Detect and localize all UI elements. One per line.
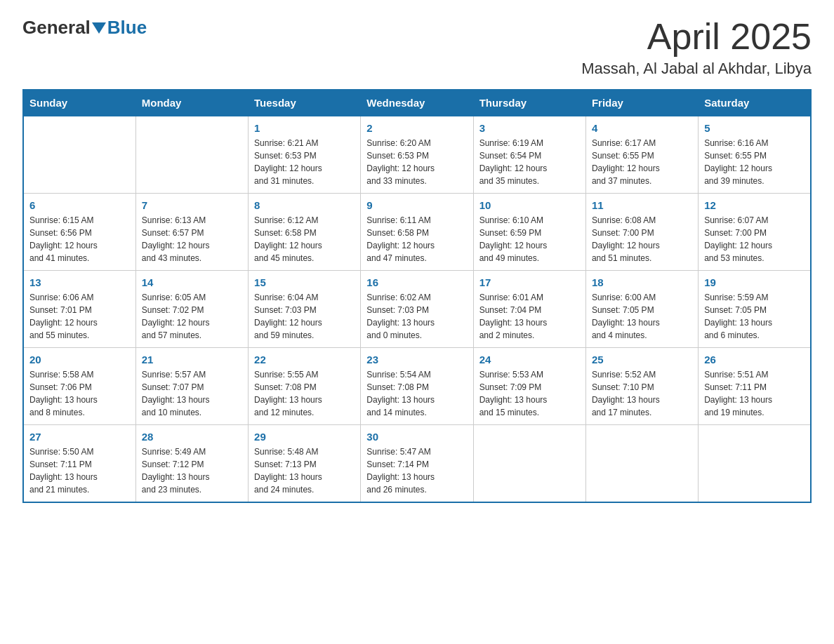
- day-number: 19: [704, 276, 805, 288]
- day-number: 24: [479, 354, 580, 365]
- calendar-cell: 5Sunrise: 6:16 AM Sunset: 6:55 PM Daylig…: [699, 116, 811, 194]
- day-info: Sunrise: 5:59 AM Sunset: 7:05 PM Dayligh…: [704, 291, 805, 342]
- calendar-cell: 6Sunrise: 6:15 AM Sunset: 6:56 PM Daylig…: [23, 194, 135, 271]
- day-info: Sunrise: 6:10 AM Sunset: 6:59 PM Dayligh…: [479, 214, 580, 264]
- day-number: 14: [142, 276, 242, 288]
- day-info: Sunrise: 6:20 AM Sunset: 6:53 PM Dayligh…: [366, 137, 467, 187]
- calendar-cell: 7Sunrise: 6:13 AM Sunset: 6:57 PM Daylig…: [135, 194, 248, 271]
- calendar-cell: [135, 116, 248, 194]
- calendar-cell: 18Sunrise: 6:00 AM Sunset: 7:05 PM Dayli…: [585, 271, 698, 348]
- weekday-header-monday: Monday: [135, 90, 248, 116]
- weekday-header-wednesday: Wednesday: [361, 90, 473, 116]
- calendar-cell: [699, 425, 811, 503]
- weekday-header-tuesday: Tuesday: [249, 90, 361, 116]
- day-number: 20: [29, 354, 130, 365]
- day-info: Sunrise: 6:13 AM Sunset: 6:57 PM Dayligh…: [142, 214, 242, 264]
- day-number: 5: [704, 122, 805, 134]
- calendar-cell: 4Sunrise: 6:17 AM Sunset: 6:55 PM Daylig…: [585, 116, 698, 194]
- day-number: 25: [592, 354, 692, 365]
- day-info: Sunrise: 5:50 AM Sunset: 7:11 PM Dayligh…: [29, 445, 130, 496]
- day-number: 13: [29, 276, 130, 288]
- calendar-cell: [585, 425, 698, 503]
- title-section: April 2025 Massah, Al Jabal al Akhdar, L…: [581, 17, 812, 78]
- calendar-table: SundayMondayTuesdayWednesdayThursdayFrid…: [22, 89, 812, 503]
- weekday-header-saturday: Saturday: [699, 90, 811, 116]
- day-info: Sunrise: 6:01 AM Sunset: 7:04 PM Dayligh…: [479, 291, 580, 342]
- calendar-cell: 25Sunrise: 5:52 AM Sunset: 7:10 PM Dayli…: [585, 348, 698, 425]
- day-info: Sunrise: 6:07 AM Sunset: 7:00 PM Dayligh…: [704, 214, 805, 264]
- day-number: 6: [29, 199, 130, 211]
- day-info: Sunrise: 6:04 AM Sunset: 7:03 PM Dayligh…: [254, 291, 355, 342]
- day-info: Sunrise: 6:11 AM Sunset: 6:58 PM Dayligh…: [366, 214, 467, 264]
- day-info: Sunrise: 6:05 AM Sunset: 7:02 PM Dayligh…: [142, 291, 242, 342]
- calendar-cell: 24Sunrise: 5:53 AM Sunset: 7:09 PM Dayli…: [473, 348, 585, 425]
- day-info: Sunrise: 5:58 AM Sunset: 7:06 PM Dayligh…: [29, 368, 130, 419]
- day-info: Sunrise: 6:16 AM Sunset: 6:55 PM Dayligh…: [704, 137, 805, 187]
- calendar-week-row: 1Sunrise: 6:21 AM Sunset: 6:53 PM Daylig…: [23, 116, 811, 194]
- calendar-week-row: 13Sunrise: 6:06 AM Sunset: 7:01 PM Dayli…: [23, 271, 811, 348]
- calendar-cell: 29Sunrise: 5:48 AM Sunset: 7:13 PM Dayli…: [249, 425, 361, 503]
- month-title: April 2025: [581, 17, 812, 57]
- day-number: 2: [366, 122, 467, 134]
- day-number: 10: [479, 199, 580, 211]
- day-number: 3: [479, 122, 580, 134]
- calendar-cell: [23, 116, 135, 194]
- day-number: 8: [254, 199, 355, 211]
- calendar-cell: 8Sunrise: 6:12 AM Sunset: 6:58 PM Daylig…: [249, 194, 361, 271]
- day-info: Sunrise: 6:00 AM Sunset: 7:05 PM Dayligh…: [592, 291, 692, 342]
- calendar-cell: 20Sunrise: 5:58 AM Sunset: 7:06 PM Dayli…: [23, 348, 135, 425]
- weekday-header-sunday: Sunday: [23, 90, 135, 116]
- day-number: 11: [592, 199, 692, 211]
- day-info: Sunrise: 6:08 AM Sunset: 7:00 PM Dayligh…: [592, 214, 692, 264]
- calendar-cell: 16Sunrise: 6:02 AM Sunset: 7:03 PM Dayli…: [361, 271, 473, 348]
- calendar-cell: 28Sunrise: 5:49 AM Sunset: 7:12 PM Dayli…: [135, 425, 248, 503]
- calendar-week-row: 6Sunrise: 6:15 AM Sunset: 6:56 PM Daylig…: [23, 194, 811, 271]
- calendar-cell: 13Sunrise: 6:06 AM Sunset: 7:01 PM Dayli…: [23, 271, 135, 348]
- day-number: 30: [366, 431, 467, 443]
- calendar-cell: 23Sunrise: 5:54 AM Sunset: 7:08 PM Dayli…: [361, 348, 473, 425]
- day-info: Sunrise: 6:12 AM Sunset: 6:58 PM Dayligh…: [254, 214, 355, 264]
- calendar-cell: [473, 425, 585, 503]
- day-info: Sunrise: 5:54 AM Sunset: 7:08 PM Dayligh…: [366, 368, 467, 419]
- day-number: 1: [254, 122, 355, 134]
- location-subtitle: Massah, Al Jabal al Akhdar, Libya: [581, 60, 812, 78]
- day-number: 4: [592, 122, 692, 134]
- day-info: Sunrise: 6:21 AM Sunset: 6:53 PM Dayligh…: [254, 137, 355, 187]
- weekday-header-friday: Friday: [585, 90, 698, 116]
- day-info: Sunrise: 5:48 AM Sunset: 7:13 PM Dayligh…: [254, 445, 355, 496]
- weekday-header-row: SundayMondayTuesdayWednesdayThursdayFrid…: [23, 90, 811, 116]
- day-info: Sunrise: 5:53 AM Sunset: 7:09 PM Dayligh…: [479, 368, 580, 419]
- logo-arrow-icon: [92, 22, 106, 34]
- day-info: Sunrise: 5:49 AM Sunset: 7:12 PM Dayligh…: [142, 445, 242, 496]
- day-number: 23: [366, 354, 467, 365]
- logo-blue-text: Blue: [107, 17, 147, 39]
- calendar-cell: 30Sunrise: 5:47 AM Sunset: 7:14 PM Dayli…: [361, 425, 473, 503]
- day-number: 15: [254, 276, 355, 288]
- calendar-cell: 15Sunrise: 6:04 AM Sunset: 7:03 PM Dayli…: [249, 271, 361, 348]
- day-number: 16: [366, 276, 467, 288]
- day-info: Sunrise: 6:06 AM Sunset: 7:01 PM Dayligh…: [29, 291, 130, 342]
- calendar-cell: 9Sunrise: 6:11 AM Sunset: 6:58 PM Daylig…: [361, 194, 473, 271]
- day-number: 26: [704, 354, 805, 365]
- day-number: 18: [592, 276, 692, 288]
- calendar-cell: 14Sunrise: 6:05 AM Sunset: 7:02 PM Dayli…: [135, 271, 248, 348]
- day-info: Sunrise: 5:47 AM Sunset: 7:14 PM Dayligh…: [366, 445, 467, 496]
- day-number: 22: [254, 354, 355, 365]
- day-info: Sunrise: 5:52 AM Sunset: 7:10 PM Dayligh…: [592, 368, 692, 419]
- calendar-cell: 17Sunrise: 6:01 AM Sunset: 7:04 PM Dayli…: [473, 271, 585, 348]
- day-info: Sunrise: 6:17 AM Sunset: 6:55 PM Dayligh…: [592, 137, 692, 187]
- day-number: 17: [479, 276, 580, 288]
- day-number: 12: [704, 199, 805, 211]
- calendar-cell: 22Sunrise: 5:55 AM Sunset: 7:08 PM Dayli…: [249, 348, 361, 425]
- day-number: 9: [366, 199, 467, 211]
- day-info: Sunrise: 5:55 AM Sunset: 7:08 PM Dayligh…: [254, 368, 355, 419]
- day-number: 29: [254, 431, 355, 443]
- weekday-header-thursday: Thursday: [473, 90, 585, 116]
- day-number: 27: [29, 431, 130, 443]
- calendar-week-row: 27Sunrise: 5:50 AM Sunset: 7:11 PM Dayli…: [23, 425, 811, 503]
- day-number: 21: [142, 354, 242, 365]
- calendar-cell: 1Sunrise: 6:21 AM Sunset: 6:53 PM Daylig…: [249, 116, 361, 194]
- calendar-cell: 21Sunrise: 5:57 AM Sunset: 7:07 PM Dayli…: [135, 348, 248, 425]
- calendar-week-row: 20Sunrise: 5:58 AM Sunset: 7:06 PM Dayli…: [23, 348, 811, 425]
- logo-general-text: General: [22, 17, 91, 39]
